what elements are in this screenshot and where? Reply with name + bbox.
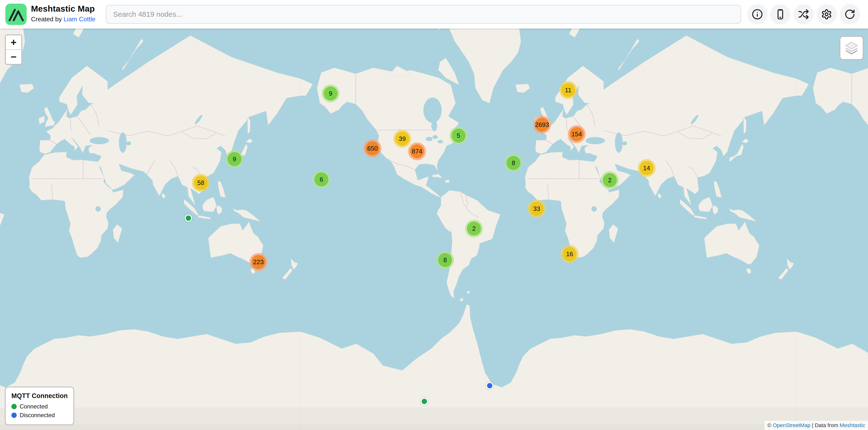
cluster-count: 8 bbox=[512, 160, 515, 166]
title-block: Meshtastic Map Created by Liam Cottle bbox=[31, 4, 95, 23]
gear-icon bbox=[821, 9, 832, 20]
cluster-marker[interactable]: 154 bbox=[568, 125, 586, 143]
cluster-marker[interactable]: 33 bbox=[528, 200, 546, 218]
cluster-count: 14 bbox=[643, 165, 650, 171]
meshtastic-map-app: 911269315439565087489142586332168223 + −… bbox=[0, 0, 868, 430]
legend-title: MQTT Connection bbox=[11, 392, 68, 400]
cluster-marker[interactable]: 14 bbox=[638, 159, 656, 177]
refresh-icon bbox=[844, 9, 856, 20]
cluster-count: 6 bbox=[320, 176, 323, 183]
cluster-count: 11 bbox=[565, 87, 571, 93]
legend-item-disconnected: Disconnected bbox=[11, 412, 68, 419]
cluster-marker-inner: 154 bbox=[569, 127, 584, 141]
cluster-marker[interactable]: 2 bbox=[465, 220, 483, 237]
cluster-count: 39 bbox=[399, 136, 406, 142]
cluster-count: 33 bbox=[533, 205, 540, 212]
zoom-in-button[interactable]: + bbox=[6, 35, 21, 49]
cluster-marker-inner: 874 bbox=[410, 144, 424, 158]
cluster-count: 2 bbox=[472, 225, 476, 232]
layers-icon bbox=[844, 40, 859, 56]
cluster-marker-inner: 9 bbox=[227, 152, 242, 166]
refresh-button[interactable] bbox=[840, 4, 860, 25]
cluster-marker[interactable]: 8 bbox=[504, 154, 522, 172]
cluster-marker[interactable]: 2 bbox=[601, 171, 619, 189]
page-title: Meshtastic Map bbox=[31, 4, 95, 13]
legend-item-label: Disconnected bbox=[20, 412, 55, 419]
meshtastic-link[interactable]: Meshtastic bbox=[840, 422, 865, 428]
node-marker-disconnected[interactable] bbox=[486, 382, 493, 389]
cluster-marker-inner: 8 bbox=[506, 156, 521, 170]
map-canvas[interactable]: 911269315439565087489142586332168223 bbox=[0, 0, 868, 430]
cluster-count: 9 bbox=[329, 90, 332, 97]
attribution-middle: | Data from bbox=[810, 422, 840, 428]
legend-item-connected: Connected bbox=[11, 403, 68, 410]
cluster-marker[interactable]: 6 bbox=[312, 170, 330, 188]
cluster-count: 58 bbox=[197, 180, 205, 186]
mqtt-connection-legend: MQTT Connection Connected Disconnected bbox=[5, 387, 74, 425]
cluster-marker-inner: 8 bbox=[438, 253, 452, 267]
cluster-marker-inner: 650 bbox=[366, 141, 379, 156]
cluster-marker[interactable]: 39 bbox=[393, 130, 411, 148]
cluster-marker-inner: 2 bbox=[603, 173, 617, 187]
smartphone-icon bbox=[775, 9, 786, 20]
cluster-marker-inner: 16 bbox=[563, 247, 577, 261]
cluster-count: 8 bbox=[443, 257, 447, 263]
cluster-marker-inner: 14 bbox=[640, 161, 654, 175]
cluster-marker-inner: 58 bbox=[194, 176, 208, 190]
settings-button[interactable] bbox=[816, 4, 837, 25]
cluster-marker-inner: 223 bbox=[251, 255, 266, 269]
cluster-count: 874 bbox=[412, 148, 422, 155]
map-attribution: © OpenStreetMap | Data from Meshtastic bbox=[765, 421, 868, 430]
cluster-count: 650 bbox=[367, 145, 378, 152]
cluster-count: 2693 bbox=[535, 122, 549, 128]
cluster-marker[interactable]: 650 bbox=[364, 139, 381, 157]
openstreetmap-link[interactable]: OpenStreetMap bbox=[773, 422, 810, 428]
cluster-marker[interactable]: 2693 bbox=[533, 116, 551, 134]
node-marker-connected[interactable] bbox=[421, 398, 428, 405]
map-markers-layer: 911269315439565087489142586332168223 bbox=[0, 0, 868, 430]
cluster-marker[interactable]: 9 bbox=[225, 150, 243, 168]
search-input[interactable] bbox=[106, 5, 741, 24]
mobile-app-button[interactable] bbox=[770, 4, 790, 25]
cluster-marker[interactable]: 223 bbox=[249, 253, 268, 271]
cluster-marker-inner: 2693 bbox=[535, 118, 549, 132]
cluster-marker-inner: 2 bbox=[467, 222, 481, 236]
page-subtitle: Created by Liam Cottle bbox=[31, 15, 95, 23]
zoom-out-button[interactable]: − bbox=[6, 49, 21, 64]
cluster-count: 223 bbox=[253, 259, 264, 265]
cluster-count: 5 bbox=[457, 132, 460, 139]
info-icon bbox=[752, 9, 763, 20]
app-header: Meshtastic Map Created by Liam Cottle bbox=[0, 0, 868, 29]
cluster-marker[interactable]: 5 bbox=[450, 127, 467, 144]
cluster-marker[interactable]: 8 bbox=[436, 251, 454, 269]
cluster-marker-inner: 9 bbox=[323, 87, 338, 100]
cluster-count: 154 bbox=[571, 131, 582, 137]
legend-item-label: Connected bbox=[20, 403, 48, 410]
cluster-marker-inner: 6 bbox=[314, 172, 329, 187]
subtitle-prefix: Created by bbox=[31, 15, 63, 23]
cluster-marker[interactable]: 16 bbox=[561, 245, 579, 263]
cluster-count: 2 bbox=[608, 177, 612, 183]
node-marker-connected[interactable] bbox=[185, 214, 192, 222]
shuffle-icon bbox=[798, 9, 809, 20]
cluster-marker[interactable]: 11 bbox=[559, 81, 577, 99]
cluster-marker-inner: 39 bbox=[395, 132, 409, 146]
connected-dot-icon bbox=[11, 404, 17, 409]
copyright-symbol: © bbox=[768, 422, 773, 428]
cluster-marker-inner: 33 bbox=[530, 202, 544, 216]
disconnected-dot-icon bbox=[11, 412, 17, 418]
meshtastic-logo-icon bbox=[5, 4, 27, 25]
cluster-count: 16 bbox=[566, 251, 573, 257]
cluster-marker-inner: 5 bbox=[452, 129, 465, 143]
cluster-marker[interactable]: 58 bbox=[192, 174, 210, 192]
cluster-count: 9 bbox=[233, 156, 236, 162]
cluster-marker[interactable]: 9 bbox=[321, 85, 340, 102]
cluster-marker[interactable]: 874 bbox=[408, 142, 426, 160]
random-node-button[interactable] bbox=[794, 4, 814, 25]
zoom-control: + − bbox=[5, 34, 22, 65]
layers-control[interactable] bbox=[839, 36, 864, 60]
cluster-marker-inner: 11 bbox=[561, 83, 575, 97]
liam-cottle-link[interactable]: Liam Cottle bbox=[63, 15, 95, 23]
info-button[interactable] bbox=[747, 4, 768, 25]
